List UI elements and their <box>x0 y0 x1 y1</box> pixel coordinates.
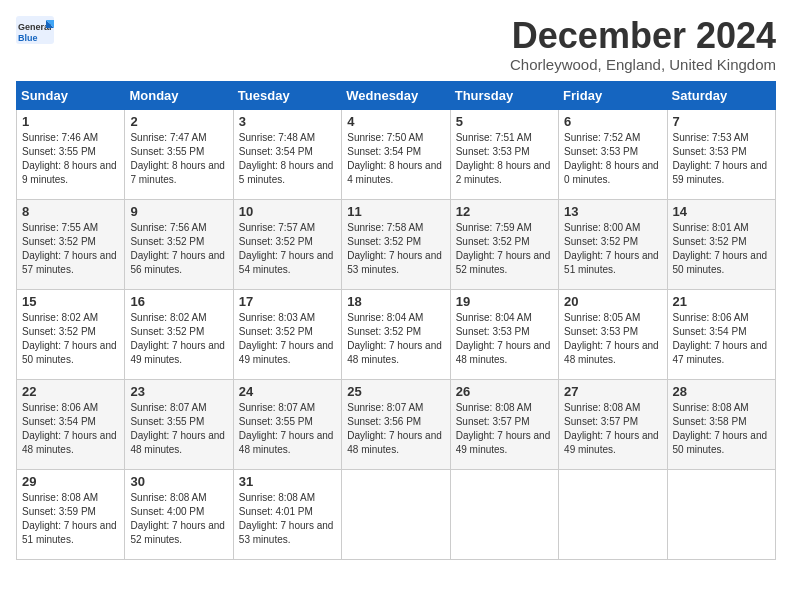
day-number: 7 <box>673 114 770 129</box>
title-area: December 2024 Chorleywood, England, Unit… <box>510 16 776 73</box>
day-cell: 7Sunrise: 7:53 AMSunset: 3:53 PMDaylight… <box>667 109 775 199</box>
day-detail: Sunrise: 8:02 AMSunset: 3:52 PMDaylight:… <box>130 311 227 367</box>
logo-icon: General Blue <box>16 16 56 46</box>
day-detail: Sunrise: 7:52 AMSunset: 3:53 PMDaylight:… <box>564 131 661 187</box>
day-header-thursday: Thursday <box>450 81 558 109</box>
day-number: 20 <box>564 294 661 309</box>
calendar-table: SundayMondayTuesdayWednesdayThursdayFrid… <box>16 81 776 560</box>
day-detail: Sunrise: 8:06 AMSunset: 3:54 PMDaylight:… <box>673 311 770 367</box>
day-cell: 13Sunrise: 8:00 AMSunset: 3:52 PMDayligh… <box>559 199 667 289</box>
day-detail: Sunrise: 8:08 AMSunset: 4:00 PMDaylight:… <box>130 491 227 547</box>
day-number: 21 <box>673 294 770 309</box>
day-cell: 18Sunrise: 8:04 AMSunset: 3:52 PMDayligh… <box>342 289 450 379</box>
week-row-4: 22Sunrise: 8:06 AMSunset: 3:54 PMDayligh… <box>17 379 776 469</box>
day-number: 14 <box>673 204 770 219</box>
day-number: 8 <box>22 204 119 219</box>
day-detail: Sunrise: 7:59 AMSunset: 3:52 PMDaylight:… <box>456 221 553 277</box>
day-cell: 11Sunrise: 7:58 AMSunset: 3:52 PMDayligh… <box>342 199 450 289</box>
day-cell: 23Sunrise: 8:07 AMSunset: 3:55 PMDayligh… <box>125 379 233 469</box>
day-cell: 8Sunrise: 7:55 AMSunset: 3:52 PMDaylight… <box>17 199 125 289</box>
day-number: 12 <box>456 204 553 219</box>
day-detail: Sunrise: 8:08 AMSunset: 3:57 PMDaylight:… <box>456 401 553 457</box>
day-cell: 21Sunrise: 8:06 AMSunset: 3:54 PMDayligh… <box>667 289 775 379</box>
week-row-3: 15Sunrise: 8:02 AMSunset: 3:52 PMDayligh… <box>17 289 776 379</box>
day-number: 3 <box>239 114 336 129</box>
day-number: 13 <box>564 204 661 219</box>
day-cell <box>342 469 450 559</box>
day-number: 24 <box>239 384 336 399</box>
day-cell: 31Sunrise: 8:08 AMSunset: 4:01 PMDayligh… <box>233 469 341 559</box>
day-number: 28 <box>673 384 770 399</box>
day-number: 1 <box>22 114 119 129</box>
header-row: SundayMondayTuesdayWednesdayThursdayFrid… <box>17 81 776 109</box>
day-detail: Sunrise: 8:08 AMSunset: 3:57 PMDaylight:… <box>564 401 661 457</box>
day-header-wednesday: Wednesday <box>342 81 450 109</box>
header: General Blue December 2024 Chorleywood, … <box>16 16 776 73</box>
day-detail: Sunrise: 7:58 AMSunset: 3:52 PMDaylight:… <box>347 221 444 277</box>
day-detail: Sunrise: 8:08 AMSunset: 3:58 PMDaylight:… <box>673 401 770 457</box>
day-detail: Sunrise: 7:56 AMSunset: 3:52 PMDaylight:… <box>130 221 227 277</box>
day-number: 31 <box>239 474 336 489</box>
day-cell: 25Sunrise: 8:07 AMSunset: 3:56 PMDayligh… <box>342 379 450 469</box>
day-cell: 19Sunrise: 8:04 AMSunset: 3:53 PMDayligh… <box>450 289 558 379</box>
day-detail: Sunrise: 7:53 AMSunset: 3:53 PMDaylight:… <box>673 131 770 187</box>
day-cell: 17Sunrise: 8:03 AMSunset: 3:52 PMDayligh… <box>233 289 341 379</box>
day-detail: Sunrise: 8:05 AMSunset: 3:53 PMDaylight:… <box>564 311 661 367</box>
day-cell: 3Sunrise: 7:48 AMSunset: 3:54 PMDaylight… <box>233 109 341 199</box>
day-detail: Sunrise: 7:57 AMSunset: 3:52 PMDaylight:… <box>239 221 336 277</box>
day-cell <box>667 469 775 559</box>
day-cell: 14Sunrise: 8:01 AMSunset: 3:52 PMDayligh… <box>667 199 775 289</box>
day-cell: 10Sunrise: 7:57 AMSunset: 3:52 PMDayligh… <box>233 199 341 289</box>
day-cell: 24Sunrise: 8:07 AMSunset: 3:55 PMDayligh… <box>233 379 341 469</box>
logo: General Blue <box>16 16 56 46</box>
day-number: 18 <box>347 294 444 309</box>
day-cell: 20Sunrise: 8:05 AMSunset: 3:53 PMDayligh… <box>559 289 667 379</box>
day-detail: Sunrise: 7:46 AMSunset: 3:55 PMDaylight:… <box>22 131 119 187</box>
day-detail: Sunrise: 8:07 AMSunset: 3:55 PMDaylight:… <box>239 401 336 457</box>
day-cell: 4Sunrise: 7:50 AMSunset: 3:54 PMDaylight… <box>342 109 450 199</box>
day-number: 11 <box>347 204 444 219</box>
day-detail: Sunrise: 7:48 AMSunset: 3:54 PMDaylight:… <box>239 131 336 187</box>
day-header-monday: Monday <box>125 81 233 109</box>
day-cell: 2Sunrise: 7:47 AMSunset: 3:55 PMDaylight… <box>125 109 233 199</box>
day-detail: Sunrise: 8:04 AMSunset: 3:53 PMDaylight:… <box>456 311 553 367</box>
day-number: 4 <box>347 114 444 129</box>
day-cell: 12Sunrise: 7:59 AMSunset: 3:52 PMDayligh… <box>450 199 558 289</box>
day-header-friday: Friday <box>559 81 667 109</box>
day-cell: 5Sunrise: 7:51 AMSunset: 3:53 PMDaylight… <box>450 109 558 199</box>
week-row-1: 1Sunrise: 7:46 AMSunset: 3:55 PMDaylight… <box>17 109 776 199</box>
day-detail: Sunrise: 8:07 AMSunset: 3:55 PMDaylight:… <box>130 401 227 457</box>
day-number: 23 <box>130 384 227 399</box>
svg-text:Blue: Blue <box>18 33 38 43</box>
day-number: 16 <box>130 294 227 309</box>
day-detail: Sunrise: 8:08 AMSunset: 3:59 PMDaylight:… <box>22 491 119 547</box>
day-detail: Sunrise: 7:47 AMSunset: 3:55 PMDaylight:… <box>130 131 227 187</box>
day-cell: 9Sunrise: 7:56 AMSunset: 3:52 PMDaylight… <box>125 199 233 289</box>
day-number: 10 <box>239 204 336 219</box>
day-cell: 16Sunrise: 8:02 AMSunset: 3:52 PMDayligh… <box>125 289 233 379</box>
day-number: 22 <box>22 384 119 399</box>
day-number: 6 <box>564 114 661 129</box>
day-header-saturday: Saturday <box>667 81 775 109</box>
day-number: 29 <box>22 474 119 489</box>
day-cell: 22Sunrise: 8:06 AMSunset: 3:54 PMDayligh… <box>17 379 125 469</box>
day-detail: Sunrise: 7:55 AMSunset: 3:52 PMDaylight:… <box>22 221 119 277</box>
day-detail: Sunrise: 8:03 AMSunset: 3:52 PMDaylight:… <box>239 311 336 367</box>
day-detail: Sunrise: 8:00 AMSunset: 3:52 PMDaylight:… <box>564 221 661 277</box>
day-number: 30 <box>130 474 227 489</box>
day-number: 17 <box>239 294 336 309</box>
day-cell: 29Sunrise: 8:08 AMSunset: 3:59 PMDayligh… <box>17 469 125 559</box>
day-detail: Sunrise: 7:51 AMSunset: 3:53 PMDaylight:… <box>456 131 553 187</box>
day-cell <box>450 469 558 559</box>
day-number: 5 <box>456 114 553 129</box>
day-cell: 15Sunrise: 8:02 AMSunset: 3:52 PMDayligh… <box>17 289 125 379</box>
day-cell: 27Sunrise: 8:08 AMSunset: 3:57 PMDayligh… <box>559 379 667 469</box>
day-cell: 26Sunrise: 8:08 AMSunset: 3:57 PMDayligh… <box>450 379 558 469</box>
day-cell: 30Sunrise: 8:08 AMSunset: 4:00 PMDayligh… <box>125 469 233 559</box>
day-header-tuesday: Tuesday <box>233 81 341 109</box>
day-number: 27 <box>564 384 661 399</box>
day-number: 25 <box>347 384 444 399</box>
day-detail: Sunrise: 7:50 AMSunset: 3:54 PMDaylight:… <box>347 131 444 187</box>
day-number: 19 <box>456 294 553 309</box>
day-number: 26 <box>456 384 553 399</box>
